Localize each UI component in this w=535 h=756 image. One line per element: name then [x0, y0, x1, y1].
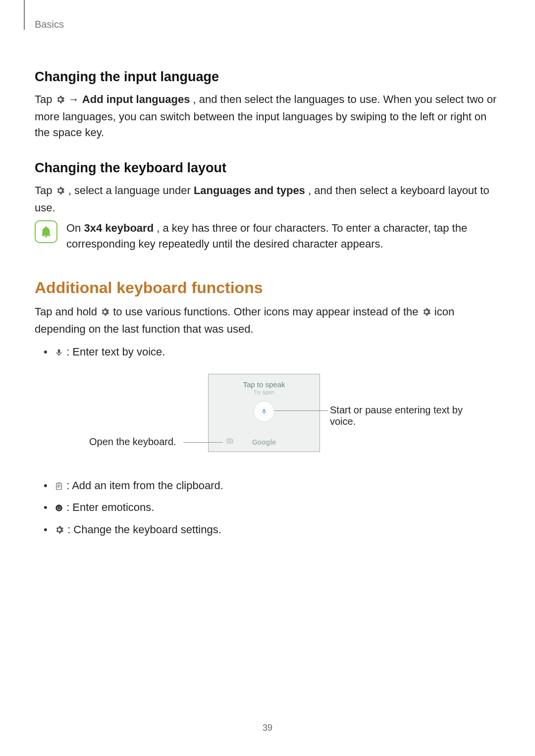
callout-open-keyboard: Open the keyboard. — [89, 436, 176, 448]
mic-icon — [54, 345, 63, 362]
paragraph-keyboard-layout: Tap , select a language under Languages … — [35, 183, 500, 216]
leader-line — [183, 442, 223, 443]
svg-point-9 — [59, 507, 60, 508]
gear-icon — [54, 522, 64, 540]
text: Tap — [35, 93, 55, 105]
voice-panel: Tap to speak Try again Google — [208, 374, 320, 452]
paragraph-additional-functions: Tap and hold to use various functions. O… — [35, 304, 500, 337]
leader-line — [274, 410, 328, 411]
callout-start-pause: Start or pause entering text by voice. — [330, 404, 479, 427]
text: : Change the keyboard settings. — [67, 523, 221, 536]
google-label: Google — [209, 438, 320, 446]
page-number: 39 — [0, 723, 535, 733]
text-bold: Languages and types — [194, 184, 305, 197]
gear-icon — [422, 305, 431, 321]
text: to use various functions. Other icons ma… — [113, 305, 421, 318]
svg-point-7 — [55, 505, 62, 512]
text: , select a language under — [68, 184, 194, 197]
note-bell-icon — [35, 220, 57, 243]
text: Tap — [35, 184, 55, 197]
heading-keyboard-layout: Changing the keyboard layout — [35, 160, 500, 176]
list-item-voice: : Enter text by voice. — [35, 343, 500, 362]
gear-icon — [55, 93, 65, 109]
heading-input-language: Changing the input language — [35, 69, 500, 85]
svg-point-8 — [57, 507, 58, 508]
clipboard-icon — [54, 478, 63, 496]
text: On — [66, 222, 84, 234]
gear-icon — [55, 184, 65, 200]
text: : Add an item from the clipboard. — [66, 479, 223, 492]
note-text: On 3x4 keyboard , a key has three or fou… — [66, 220, 500, 252]
text: : Enter text by voice. — [66, 346, 165, 358]
list-item-settings: : Change the keyboard settings. — [35, 521, 500, 540]
text: : Enter emoticons. — [66, 501, 154, 513]
paragraph-input-language: Tap → Add input languages , and then sel… — [35, 92, 500, 141]
try-again-label: Try again — [209, 390, 320, 395]
heading-additional-functions: Additional keyboard functions — [35, 279, 500, 297]
list-item-clipboard: : Add an item from the clipboard. — [35, 477, 500, 496]
text-bold: 3x4 keyboard — [84, 222, 154, 234]
gear-icon — [100, 305, 110, 321]
text-bold: Add input languages — [82, 93, 190, 105]
list-item-emoticons: : Enter emoticons. — [35, 499, 500, 517]
voice-input-diagram: Tap to speak Try again Google Open the k… — [35, 374, 500, 468]
smiley-icon — [54, 500, 63, 517]
section-header: Basics — [35, 19, 64, 30]
tap-to-speak-label: Tap to speak — [209, 380, 320, 389]
page-edge-rule — [24, 0, 25, 30]
mic-button[interactable] — [254, 401, 274, 422]
note-box: On 3x4 keyboard , a key has three or fou… — [35, 220, 500, 252]
text: Tap and hold — [35, 305, 100, 318]
text: → — [68, 93, 82, 105]
